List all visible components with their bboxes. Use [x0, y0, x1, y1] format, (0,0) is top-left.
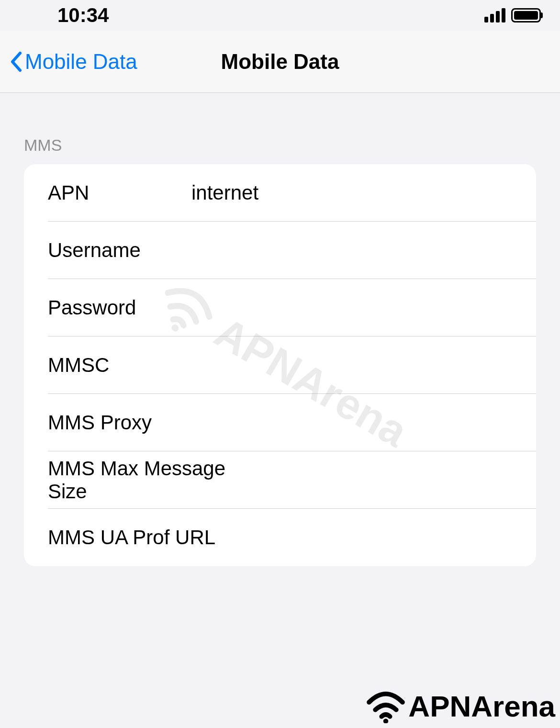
- mms-proxy-row[interactable]: MMS Proxy: [24, 394, 536, 451]
- back-label: Mobile Data: [25, 50, 137, 74]
- apn-input[interactable]: [191, 181, 512, 204]
- apn-label: APN: [48, 181, 191, 204]
- wifi-icon: [364, 690, 407, 723]
- mms-ua-prof-label: MMS UA Prof URL: [48, 526, 259, 549]
- mms-max-size-input[interactable]: [259, 469, 512, 492]
- mmsc-input[interactable]: [191, 354, 512, 377]
- status-time: 10:34: [57, 4, 109, 27]
- username-input[interactable]: [191, 239, 512, 262]
- battery-icon: [511, 8, 541, 22]
- mms-proxy-label: MMS Proxy: [48, 411, 191, 434]
- footer-logo: APNArena: [364, 689, 555, 723]
- mms-max-size-label: MMS Max Message Size: [48, 457, 259, 503]
- section-header-mms: MMS: [0, 93, 560, 164]
- mmsc-row[interactable]: MMSC: [24, 336, 536, 394]
- apn-row[interactable]: APN: [24, 164, 536, 222]
- password-input[interactable]: [191, 296, 512, 319]
- mms-max-size-row[interactable]: MMS Max Message Size: [24, 451, 536, 509]
- mms-ua-prof-row[interactable]: MMS UA Prof URL: [24, 509, 536, 566]
- mms-settings-group: APN Username Password MMSC MMS Proxy MMS…: [24, 164, 536, 566]
- nav-header: Mobile Data Mobile Data: [0, 31, 560, 93]
- svg-point-1: [383, 718, 389, 723]
- page-title: Mobile Data: [221, 50, 339, 74]
- mms-proxy-input[interactable]: [191, 411, 512, 434]
- username-label: Username: [48, 239, 191, 262]
- status-bar: 10:34: [0, 0, 560, 31]
- password-label: Password: [48, 296, 191, 319]
- cellular-signal-icon: [484, 8, 505, 22]
- password-row[interactable]: Password: [24, 279, 536, 336]
- username-row[interactable]: Username: [24, 222, 536, 279]
- footer-text: APNArena: [408, 689, 555, 723]
- mms-ua-prof-input[interactable]: [259, 526, 512, 549]
- back-button[interactable]: Mobile Data: [10, 50, 137, 74]
- chevron-left-icon: [10, 51, 22, 72]
- mmsc-label: MMSC: [48, 354, 191, 377]
- status-indicators: [484, 8, 541, 22]
